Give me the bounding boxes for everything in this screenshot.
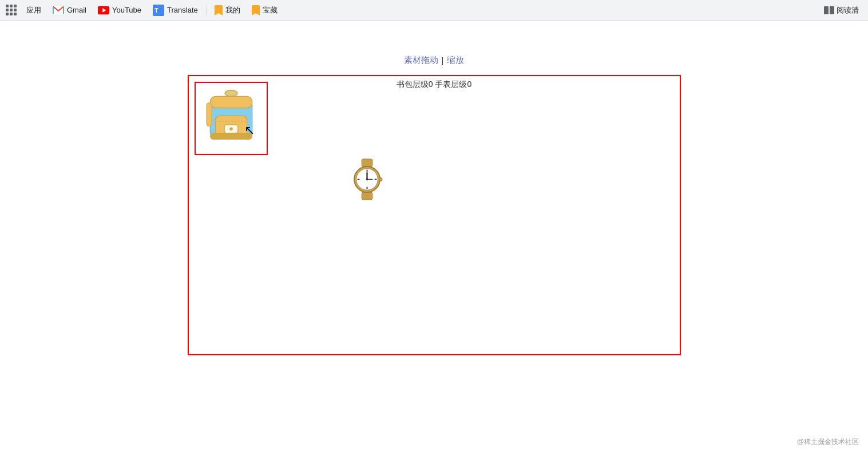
reading-mode-button[interactable]: 阅读清 [819,3,863,18]
gmail-icon [53,5,64,16]
toolbar-right: 阅读清 [819,3,863,18]
svg-rect-15 [210,133,252,140]
svg-rect-16 [362,158,372,166]
browser-toolbar: 应用 Gmail YouTube T Translate 我的 [0,0,868,21]
toolbar-bookmark-my[interactable]: 我的 [210,3,245,18]
controls-separator: | [442,55,444,65]
svg-rect-6 [830,6,834,14]
controls-row: 素材拖动 | 缩放 [404,55,465,66]
toolbar-separator-1 [206,5,207,15]
drag-control-link[interactable]: 素材拖动 [404,55,438,66]
backpack-icon [200,87,263,150]
zoom-control-link[interactable]: 缩放 [447,55,464,66]
youtube-icon [98,6,109,15]
svg-rect-17 [362,192,372,200]
watch-icon [346,158,389,201]
toolbar-bookmark-treasure[interactable]: 宝藏 [247,3,282,18]
backpack-item[interactable]: ↖ [195,82,268,155]
watch-item[interactable] [344,156,390,202]
svg-point-12 [229,128,233,131]
canvas-status-text: 书包层级0 手表层级0 [397,80,471,90]
svg-text:T: T [154,7,158,14]
toolbar-youtube-link[interactable]: YouTube [93,3,146,17]
svg-point-26 [366,178,368,180]
svg-point-7 [225,90,237,97]
canvas-container: 书包层级0 手表层级0 [188,75,681,355]
bookmark-icon-treasure [252,5,260,15]
watermark: @稀土掘金技术社区 [797,437,859,447]
svg-rect-27 [379,177,382,181]
toolbar-translate-link[interactable]: T Translate [148,2,203,18]
apps-icon[interactable] [5,4,17,17]
main-content: 素材拖动 | 缩放 书包层级0 手表层级0 [0,21,868,355]
bookmark-icon-my [215,5,223,15]
svg-rect-13 [210,97,252,108]
reading-mode-icon [824,6,834,14]
translate-icon: T [153,5,164,16]
toolbar-apps-label[interactable]: 应用 [22,3,46,18]
svg-rect-5 [824,6,829,14]
toolbar-gmail-link[interactable]: Gmail [48,2,91,18]
svg-rect-14 [206,103,211,126]
